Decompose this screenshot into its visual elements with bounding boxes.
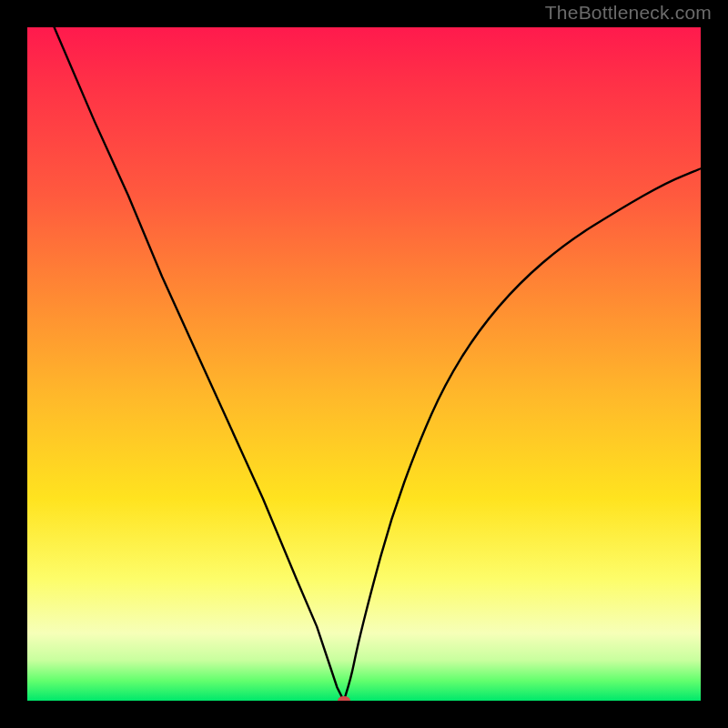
curve-left-branch [55,27,344,701]
minimum-marker [338,696,350,701]
watermark-text: TheBottleneck.com [545,2,712,24]
bottleneck-curve [27,27,701,701]
chart-frame: TheBottleneck.com [0,0,728,728]
curve-right-branch [344,168,701,701]
plot-area [27,27,701,701]
